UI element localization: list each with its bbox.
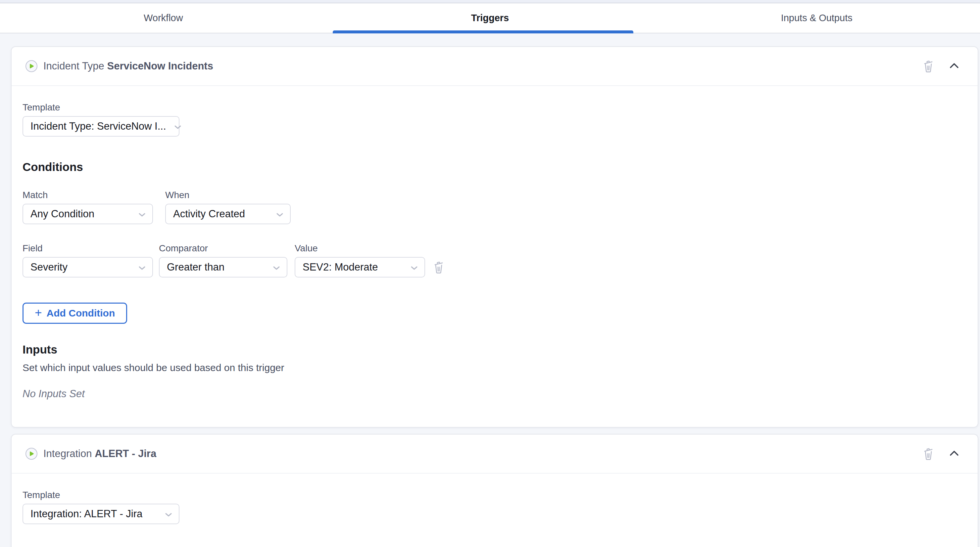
add-condition-button[interactable]: + Add Condition	[22, 303, 127, 324]
chevron-down-icon	[174, 120, 181, 132]
trigger-play-icon	[25, 60, 37, 72]
when-select-value: Activity Created	[173, 208, 245, 220]
value-select[interactable]: SEV2: Moderate	[295, 257, 425, 277]
chevron-down-icon	[138, 208, 146, 220]
no-inputs-set-text: No Inputs Set	[22, 388, 964, 400]
condition-row: Field Severity Comparator Greater than V…	[22, 243, 964, 277]
trigger-card-title: Integration ALERT - Jira	[43, 448, 156, 460]
inputs-heading: Inputs	[22, 342, 964, 357]
chevron-up-icon	[948, 449, 960, 458]
plus-icon: +	[35, 307, 42, 319]
delete-trigger-button[interactable]	[922, 59, 935, 74]
trash-icon	[922, 59, 935, 74]
chevron-down-icon	[276, 208, 283, 220]
top-edge-strip	[0, 0, 980, 3]
trigger-card-header: Incident Type ServiceNow Incidents	[11, 47, 978, 86]
tab-inputs-outputs[interactable]: Inputs & Outputs	[653, 3, 980, 33]
value-label: Value	[295, 243, 425, 254]
template-select[interactable]: Integration: ALERT - Jira	[22, 504, 180, 524]
match-select-value: Any Condition	[30, 208, 94, 220]
tab-triggers-label: Triggers	[471, 13, 509, 24]
comparator-select-value: Greater than	[167, 261, 224, 273]
value-select-value: SEV2: Moderate	[302, 261, 378, 273]
delete-condition-button[interactable]	[433, 260, 445, 275]
chevron-down-icon	[165, 508, 172, 520]
field-select-value: Severity	[30, 261, 68, 273]
collapse-trigger-button[interactable]	[948, 449, 960, 458]
chevron-down-icon	[410, 261, 418, 273]
tab-workflow[interactable]: Workflow	[0, 3, 327, 33]
comparator-label: Comparator	[159, 243, 287, 254]
collapse-trigger-button[interactable]	[948, 62, 960, 71]
trigger-card-header: Integration ALERT - Jira	[11, 434, 978, 474]
inputs-description: Set which input values should be used ba…	[22, 361, 964, 374]
chevron-up-icon	[948, 62, 960, 71]
tab-workflow-label: Workflow	[144, 13, 183, 24]
trigger-play-icon	[25, 448, 37, 460]
comparator-select[interactable]: Greater than	[159, 257, 287, 277]
conditions-heading: Conditions	[22, 160, 964, 174]
when-select[interactable]: Activity Created	[165, 204, 291, 224]
template-select-value: Incident Type: ServiceNow I...	[30, 120, 166, 132]
template-select-value: Integration: ALERT - Jira	[30, 508, 142, 520]
trash-icon	[922, 447, 935, 461]
delete-trigger-button[interactable]	[922, 447, 935, 461]
tab-inputs-outputs-label: Inputs & Outputs	[781, 13, 853, 24]
match-label: Match	[22, 190, 153, 201]
trigger-name: ServiceNow Incidents	[107, 60, 213, 72]
match-select[interactable]: Any Condition	[22, 204, 153, 224]
field-label: Field	[22, 243, 153, 254]
trigger-card-title: Incident Type ServiceNow Incidents	[43, 60, 213, 72]
trash-icon	[433, 260, 445, 275]
trigger-card-incident-type: Incident Type ServiceNow Incidents Templ…	[11, 46, 978, 428]
tab-triggers[interactable]: Triggers	[327, 3, 654, 33]
add-condition-label: Add Condition	[47, 308, 115, 319]
template-label: Template	[22, 102, 964, 113]
field-select[interactable]: Severity	[22, 257, 153, 277]
chevron-down-icon	[138, 261, 146, 273]
active-tab-underline	[333, 30, 634, 33]
trigger-card-integration: Integration ALERT - Jira Template Integr…	[11, 434, 978, 547]
when-label: When	[165, 190, 291, 201]
trigger-type-label: Integration	[43, 448, 92, 459]
trigger-type-label: Incident Type	[43, 60, 104, 72]
trigger-name: ALERT - Jira	[95, 448, 156, 459]
template-select[interactable]: Incident Type: ServiceNow I...	[22, 116, 180, 136]
chevron-down-icon	[273, 261, 280, 273]
template-label: Template	[22, 490, 964, 501]
tab-bar: Workflow Triggers Inputs & Outputs	[0, 3, 980, 33]
